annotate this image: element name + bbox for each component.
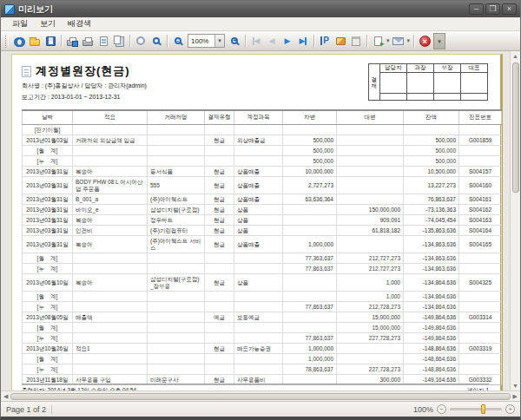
ledger-cell — [73, 354, 148, 364]
print-setup-button[interactable] — [64, 33, 80, 49]
last-page-button[interactable]: ▶ — [295, 33, 311, 49]
ledger-cell — [73, 156, 148, 167]
menu-background-color[interactable]: 배경색 — [62, 17, 97, 30]
zoom-slider[interactable] — [450, 408, 502, 410]
horizontal-scrollbar[interactable]: ◀ ▶ — [1, 390, 520, 401]
preview-canvas: 계정별원장(현금) 회사명 : (주)홍길상사 / 담당자 : 관리자(admi… — [1, 51, 510, 390]
approval-sign-cell — [461, 73, 488, 94]
report-footer: 출력일자: 2014년 3월 12일 수요일 오후 04:54 페이지 1 — [22, 384, 489, 390]
save-button[interactable] — [43, 33, 58, 49]
magnifier-icon — [153, 37, 160, 44]
ledger-cell: 현금 — [205, 167, 234, 177]
ledger-cell — [148, 292, 205, 302]
ledger-cell: 삼성디지털(구로점)_장부용 — [148, 274, 205, 292]
ledger-cell: 2013년03월31일 — [23, 205, 73, 215]
table-row: [누 계]77,863,637212,727,273-134,863,636 — [23, 264, 502, 274]
next-page-button[interactable]: ▶ — [280, 33, 295, 49]
magnifier-minus-icon: - — [175, 37, 181, 44]
ledger-table: 날짜 적요 거래처명 결제유형 계정과목 차변 대변 잔액 전표번호 [전기이월… — [22, 109, 502, 385]
table-row: [전기이월] — [23, 125, 502, 135]
table-row: 2013년03월31일복숭아(주)아이웩스트 서비스현금상품매출1,000,00… — [23, 236, 502, 253]
ledger-cell — [148, 156, 205, 167]
pan-button[interactable] — [133, 33, 148, 49]
menu-view[interactable]: 보기 — [34, 17, 62, 30]
table-row: 2013년03월31일복숭아동서식품현금상품매출10,000,00010,500… — [23, 167, 502, 177]
email-dropdown-caret[interactable]: ▾ — [407, 37, 411, 44]
toolbar-overflow-button[interactable]: ▾ — [433, 33, 445, 49]
ledger-cell — [337, 194, 404, 205]
ledger-cell: 500,000 — [404, 156, 459, 167]
export-file-button[interactable] — [370, 33, 386, 49]
ledger-cell: 500,000 — [283, 135, 337, 146]
ledger-cell: 1,000 — [337, 292, 404, 302]
ledger-cell: 2013년08월05일 — [23, 312, 73, 323]
ledger-cell: 63,636,364 — [283, 194, 337, 205]
last-page-icon: ▶ — [300, 36, 306, 45]
open-button[interactable] — [27, 33, 43, 49]
ledger-cell: 현금 — [205, 215, 234, 226]
first-page-button[interactable]: ◀ — [248, 33, 264, 49]
ledger-cell — [205, 323, 234, 333]
print-button[interactable] — [80, 33, 96, 49]
vertical-scrollbar[interactable]: ▲ ▼ — [510, 51, 520, 390]
ledger-cell: 10,000,000 — [283, 167, 337, 177]
prev-page-button[interactable]: ◀ — [264, 33, 280, 49]
zoom-in-button[interactable]: + — [227, 33, 242, 49]
ledger-cell: 2013년06월10일 — [23, 274, 73, 292]
zoom-tool-button[interactable] — [148, 33, 164, 49]
status-bar: Page 1 of 2 100% − + — [1, 401, 520, 417]
ledger-cell: 매출액 — [73, 312, 148, 323]
ledger-cell: 15,000,000 — [337, 312, 404, 323]
email-button[interactable] — [391, 33, 406, 49]
menu-file[interactable]: 파일 — [6, 17, 34, 30]
floppy-icon — [46, 36, 56, 46]
export-pdf-button[interactable]: P — [317, 33, 333, 49]
ledger-cell — [337, 177, 404, 194]
export-dropdown-caret[interactable]: ▾ — [386, 37, 390, 44]
scroll-right-icon[interactable]: ▶ — [513, 391, 518, 401]
binoculars-icon — [14, 37, 25, 45]
ledger-cell — [459, 364, 502, 375]
ledger-cell: S004160 — [459, 177, 502, 194]
next-page-icon: ▶ — [285, 36, 291, 45]
horizontal-scroll-thumb[interactable] — [10, 393, 510, 400]
find-button[interactable] — [11, 33, 27, 49]
close-button[interactable]: × — [502, 3, 517, 15]
zoom-in-circle-icon[interactable]: + — [505, 404, 515, 414]
ledger-header-row: 날짜 적요 거래처명 결제유형 계정과목 차변 대변 잔액 전표번호 — [23, 110, 502, 125]
ledger-cell — [337, 146, 404, 156]
ledger-cell: [누 계] — [23, 156, 73, 167]
maximize-button[interactable]: ❐ — [485, 3, 500, 15]
zoom-out-button[interactable]: - — [170, 33, 186, 49]
clipboard-button[interactable] — [348, 33, 364, 49]
vertical-scroll-thumb[interactable] — [512, 62, 519, 193]
ledger-cell — [283, 125, 337, 135]
toolbar-separator — [61, 35, 62, 48]
zoom-combobox[interactable]: 100% ▾ — [188, 34, 225, 48]
close-preview-button[interactable]: × — [417, 33, 432, 49]
zoom-value: 100% — [188, 37, 214, 45]
ledger-cell: 복숭아 — [73, 167, 148, 177]
ledger-cell: 61,818,182 — [337, 226, 404, 236]
col-description: 적요 — [73, 110, 148, 125]
scroll-up-icon[interactable]: ▲ — [512, 51, 518, 61]
table-row: 2013년10월26일적요1현금매도가능증권1,000,000-148,864,… — [23, 344, 502, 354]
zoom-slider-thumb[interactable] — [481, 404, 485, 414]
ledger-cell: 500,000 — [404, 146, 459, 156]
page-setup-button[interactable] — [96, 33, 111, 49]
minimize-button[interactable]: – — [469, 3, 484, 15]
ledger-cell: 227,728,273 — [337, 333, 404, 344]
ledger-cell — [283, 312, 337, 323]
col-balance: 잔액 — [404, 110, 459, 125]
zoom-out-circle-icon[interactable]: − — [437, 404, 446, 414]
ledger-cell — [205, 302, 234, 312]
table-row: [월 계]15,000,000-149,864,636 — [23, 323, 502, 333]
scroll-down-icon[interactable]: ▼ — [512, 381, 518, 390]
save-image-button[interactable] — [333, 33, 348, 49]
ledger-cell: 적요1 — [73, 344, 148, 354]
chevron-down-icon[interactable]: ▾ — [214, 35, 224, 47]
page-setup-icon — [100, 36, 108, 46]
scroll-left-icon[interactable]: ◀ — [3, 391, 8, 401]
ledger-cell: BODY PHW 08 L 아시아산업 주문품 — [73, 177, 148, 194]
copy-pages-button[interactable] — [111, 33, 127, 49]
